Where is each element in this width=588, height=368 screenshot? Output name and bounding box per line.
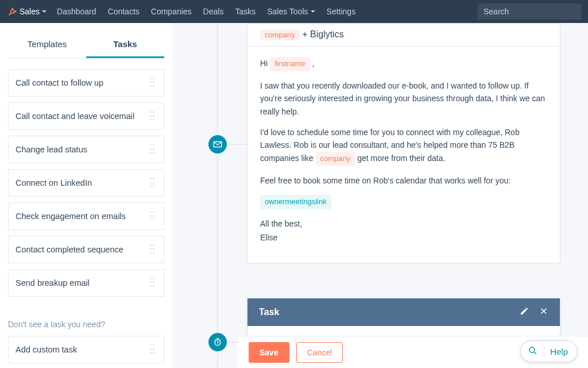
svg-point-0 (11, 10, 14, 13)
nav-companies[interactable]: Companies (151, 7, 192, 16)
add-custom-task[interactable]: Add custom task (8, 336, 164, 363)
close-icon[interactable] (539, 306, 548, 318)
drag-handle-icon[interactable] (150, 78, 157, 88)
drag-handle-icon[interactable] (150, 211, 157, 221)
subject-text: + Biglytics (302, 29, 343, 39)
chevron-down-icon (311, 10, 315, 13)
topbar: Sales Dashboard Contacts Companies Deals… (0, 0, 588, 23)
nav-deals[interactable]: Deals (203, 7, 224, 16)
email-paragraph: I'd love to schedule some time for you t… (260, 126, 547, 166)
edit-icon[interactable] (520, 306, 529, 318)
hubspot-sprocket-icon (7, 6, 17, 17)
nav-contacts[interactable]: Contacts (108, 7, 140, 16)
timeline-line (217, 23, 218, 368)
task-item[interactable]: Change lead status (8, 136, 164, 163)
email-signature: Elise (260, 231, 547, 244)
help-label: Help (550, 347, 568, 356)
svg-point-8 (529, 347, 535, 352)
svg-line-6 (10, 13, 11, 14)
email-signoff: All the best, (260, 217, 547, 230)
svg-line-9 (534, 352, 536, 354)
drag-handle-icon[interactable] (150, 111, 157, 121)
nav-sales-tools[interactable]: Sales Tools (267, 7, 315, 16)
sidebar-tabs: Templates Tasks (8, 30, 164, 59)
email-paragraph: Feel free to book some time on Rob's cal… (260, 174, 547, 187)
drag-handle-icon[interactable] (150, 178, 157, 188)
svg-point-1 (11, 7, 13, 9)
task-item[interactable]: Call contact and leave voicemail (8, 102, 164, 130)
task-card-header: Task (247, 298, 560, 326)
drag-handle-icon[interactable] (150, 244, 157, 255)
divider (544, 346, 544, 357)
email-body[interactable]: Hi firstname , I saw that you recently d… (247, 47, 560, 263)
content-area: company + Biglytics Hi firstname , I saw… (172, 23, 588, 368)
top-nav: Dashboard Contacts Companies Deals Tasks… (57, 7, 478, 16)
chevron-down-icon (42, 10, 47, 13)
search-input[interactable] (478, 3, 581, 20)
drag-handle-icon[interactable] (150, 144, 157, 155)
email-paragraph: I saw that you recently downloaded our e… (260, 79, 547, 118)
brand-label: Sales (20, 7, 40, 16)
tab-templates[interactable]: Templates (8, 30, 86, 58)
token-company[interactable]: company (260, 29, 300, 40)
search-icon (528, 346, 538, 358)
task-item[interactable]: Send breakup email (8, 269, 164, 297)
task-item[interactable]: Contact completed sequence (8, 236, 164, 263)
help-widget[interactable]: Help (520, 340, 578, 362)
sidebar: Templates Tasks Call contact to follow u… (0, 23, 172, 368)
drag-handle-icon[interactable] (150, 278, 157, 288)
save-button[interactable]: Save (249, 342, 289, 363)
brand-menu[interactable]: Sales (7, 6, 47, 17)
task-item[interactable]: Check engagement on emails (8, 202, 164, 230)
nav-dashboard[interactable]: Dashboard (57, 7, 96, 16)
token-company[interactable]: company (316, 152, 355, 166)
task-item[interactable]: Call contact to follow up (8, 69, 164, 97)
email-step-icon (207, 133, 229, 155)
token-firstname[interactable]: firstname (270, 57, 310, 71)
task-step-icon (207, 331, 229, 353)
sidebar-hint: Don't see a task you need? (8, 320, 164, 329)
task-template-list: Call contact to follow up Call contact a… (8, 69, 164, 297)
task-card-title: Task (259, 307, 279, 317)
drag-handle-icon[interactable] (150, 344, 157, 355)
nav-tasks[interactable]: Tasks (235, 7, 256, 16)
cancel-button[interactable]: Cancel (296, 342, 343, 363)
email-subject-line: company + Biglytics (247, 24, 560, 47)
token-ownermeetingslink[interactable]: ownermeetingslink (260, 195, 331, 209)
email-card[interactable]: company + Biglytics Hi firstname , I saw… (247, 23, 560, 263)
svg-point-3 (9, 14, 10, 16)
tab-tasks[interactable]: Tasks (86, 30, 164, 58)
task-item[interactable]: Connect on LinkedIn (8, 169, 164, 197)
nav-settings[interactable]: Settings (327, 7, 356, 16)
